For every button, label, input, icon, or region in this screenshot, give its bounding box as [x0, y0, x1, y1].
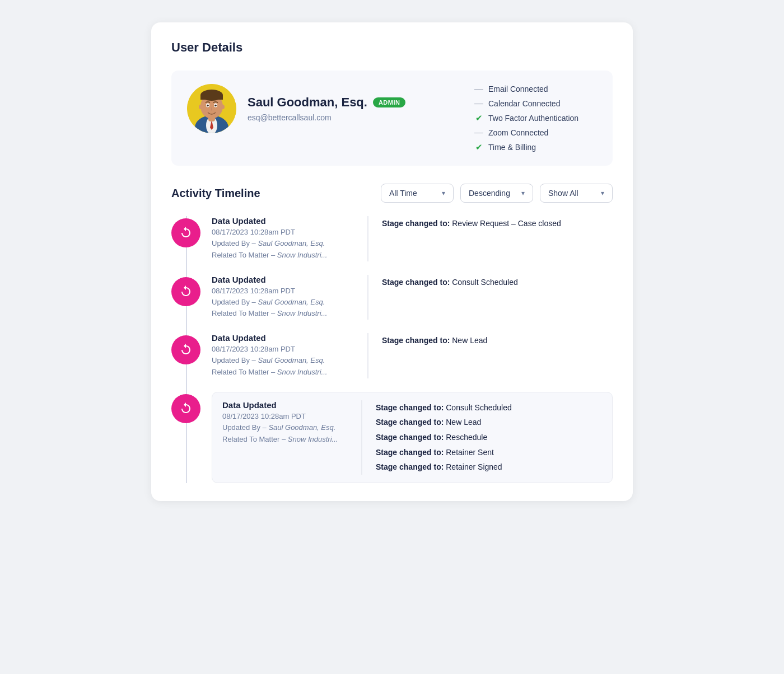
admin-badge: ADMIN	[373, 97, 406, 107]
user-name: Saul Goodman, Esq. ADMIN	[248, 95, 405, 110]
svg-point-13	[221, 105, 225, 109]
timeline-right-2: Stage changed to: Consult Scheduled	[368, 275, 613, 320]
timeline-item-3: Data Updated 08/17/2023 10:28am PDT Upda…	[171, 333, 613, 392]
svg-point-11	[214, 105, 217, 107]
event-meta-4: Updated By – Saul Goodman, Esq. Related …	[222, 422, 350, 446]
timeline-item-4: Data Updated 08/17/2023 10:28am PDT Upda…	[171, 392, 613, 483]
email-connected-label: Email Connected	[488, 85, 548, 93]
event-meta-3: Updated By – Saul Goodman, Esq. Related …	[212, 355, 356, 378]
status-time-billing: ✔ Time & Billing	[474, 142, 597, 152]
event-time-4: 08/17/2023 10:28am PDT	[222, 412, 350, 420]
event-time-2: 08/17/2023 10:28am PDT	[212, 287, 356, 295]
event-meta-2: Updated By – Saul Goodman, Esq. Related …	[212, 297, 356, 320]
user-email: esq@bettercallsaul.com	[248, 113, 405, 122]
timeline-content-2: Data Updated 08/17/2023 10:28am PDT Upda…	[212, 275, 613, 320]
event-meta-1: Updated By – Saul Goodman, Esq. Related …	[212, 238, 356, 261]
timeline-left-3: Data Updated 08/17/2023 10:28am PDT Upda…	[212, 333, 368, 378]
time-filter[interactable]: All Time ▾	[381, 184, 454, 203]
timeline-item-2: Data Updated 08/17/2023 10:28am PDT Upda…	[171, 275, 613, 334]
timeline-left-2: Data Updated 08/17/2023 10:28am PDT Upda…	[212, 275, 368, 320]
event-title-1: Data Updated	[212, 216, 356, 226]
time-filter-chevron: ▾	[442, 189, 445, 197]
event-detail-1: Stage changed to: Review Request – Case …	[382, 216, 613, 231]
user-details-card: User Details	[151, 22, 633, 501]
calendar-connected-label: Calendar Connected	[488, 99, 560, 108]
time-filter-value: All Time	[389, 189, 417, 198]
activity-header: Activity Timeline All Time ▾ Descending …	[171, 184, 613, 203]
zoom-connected-label: Zoom Connected	[488, 128, 548, 137]
event-detail-2: Stage changed to: Consult Scheduled	[382, 275, 613, 290]
two-factor-label: Two Factor Authentication	[488, 114, 578, 123]
timeline-content-1: Data Updated 08/17/2023 10:28am PDT Upda…	[212, 216, 613, 261]
timeline-icon-3	[171, 335, 200, 364]
timeline: Data Updated 08/17/2023 10:28am PDT Upda…	[171, 216, 613, 483]
event-title-2: Data Updated	[212, 275, 356, 284]
status-list: — Email Connected — Calendar Connected ✔…	[474, 84, 597, 152]
svg-rect-7	[200, 95, 223, 100]
event-time-1: 08/17/2023 10:28am PDT	[212, 228, 356, 236]
event-detail-4: Stage changed to: Consult Scheduled Stag…	[376, 400, 602, 475]
type-filter-chevron: ▾	[601, 189, 604, 197]
type-filter[interactable]: Show All ▾	[540, 184, 613, 203]
order-filter[interactable]: Descending ▾	[460, 184, 533, 203]
timeline-content-3: Data Updated 08/17/2023 10:28am PDT Upda…	[212, 333, 613, 378]
timeline-content-4: Data Updated 08/17/2023 10:28am PDT Upda…	[212, 392, 613, 483]
event-title-4: Data Updated	[222, 400, 350, 410]
user-meta: Saul Goodman, Esq. ADMIN esq@bettercalls…	[248, 95, 405, 122]
type-filter-value: Show All	[548, 189, 578, 198]
avatar	[187, 84, 236, 133]
order-filter-chevron: ▾	[521, 189, 525, 197]
timeline-item-1: Data Updated 08/17/2023 10:28am PDT Upda…	[171, 216, 613, 275]
timeline-right-3: Stage changed to: New Lead	[368, 333, 613, 378]
event-title-3: Data Updated	[212, 333, 356, 343]
timeline-left-1: Data Updated 08/17/2023 10:28am PDT Upda…	[212, 216, 368, 261]
timeline-icon-2	[171, 277, 200, 306]
user-info-section: Saul Goodman, Esq. ADMIN esq@bettercalls…	[171, 71, 613, 166]
user-left: Saul Goodman, Esq. ADMIN esq@bettercalls…	[187, 84, 405, 133]
timeline-left-4: Data Updated 08/17/2023 10:28am PDT Upda…	[222, 400, 362, 475]
email-connected-icon: —	[474, 84, 484, 94]
status-two-factor: ✔ Two Factor Authentication	[474, 113, 597, 123]
timeline-right-4: Stage changed to: Consult Scheduled Stag…	[362, 400, 602, 475]
order-filter-value: Descending	[469, 189, 510, 198]
status-calendar-connected: — Calendar Connected	[474, 99, 597, 109]
zoom-connected-icon: —	[474, 128, 484, 138]
event-time-3: 08/17/2023 10:28am PDT	[212, 345, 356, 353]
activity-title: Activity Timeline	[171, 187, 374, 200]
page-title: User Details	[171, 40, 613, 55]
calendar-connected-icon: —	[474, 99, 484, 109]
two-factor-icon: ✔	[474, 113, 484, 123]
status-email-connected: — Email Connected	[474, 84, 597, 94]
timeline-icon-4	[171, 394, 200, 423]
time-billing-icon: ✔	[474, 142, 484, 152]
svg-point-12	[199, 105, 202, 109]
event-detail-3: Stage changed to: New Lead	[382, 333, 613, 348]
svg-point-10	[207, 105, 209, 107]
timeline-icon-1	[171, 218, 200, 247]
status-zoom-connected: — Zoom Connected	[474, 128, 597, 138]
time-billing-label: Time & Billing	[488, 143, 536, 152]
timeline-right-1: Stage changed to: Review Request – Case …	[368, 216, 613, 261]
